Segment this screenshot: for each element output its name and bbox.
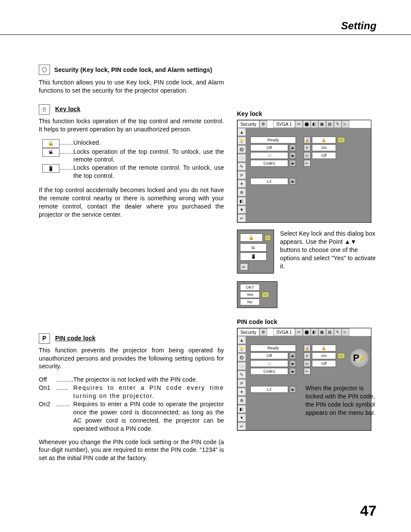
menubar-icon[interactable]: ▷ — [342, 328, 349, 336]
confirm-no[interactable]: No — [240, 299, 260, 305]
side-icon[interactable]: ⚙ — [237, 396, 246, 404]
osd-col2-field[interactable]: Off — [312, 360, 336, 367]
keylock-opt1: Unlocked. — [73, 139, 224, 147]
security-icon — [39, 65, 50, 75]
side-icon[interactable]: ✎ — [237, 162, 246, 171]
dialog-option[interactable]: 📽 — [240, 243, 267, 252]
osd-tab[interactable]: Security — [237, 328, 259, 336]
pin-icon: P — [304, 144, 311, 151]
lr-arrows-icon[interactable]: ◂▸ — [289, 144, 296, 151]
side-icon[interactable]: ⏻ — [237, 353, 246, 361]
keylock-title: Key lock — [55, 105, 81, 113]
lr-arrows-icon[interactable]: ◂▸ — [289, 368, 296, 375]
lr-arrows-icon[interactable]: ◂▸ — [289, 152, 296, 159]
pinlock-body1: This function prevents the projector fro… — [39, 346, 224, 371]
osd-col2-field[interactable]: 🔓 — [312, 345, 336, 352]
osd-item[interactable]: ⚪ — [250, 360, 288, 367]
side-icon[interactable]: ⏻ — [237, 145, 246, 153]
scroll-down-icon[interactable]: ▼ — [237, 414, 246, 422]
osd-confirm: OK? Yes← No — [237, 281, 277, 308]
osd-item[interactable]: Off — [250, 144, 288, 151]
osd-tab-icon: ⚙ — [259, 120, 267, 128]
menubar-icon[interactable]: ◧ — [311, 120, 318, 128]
menubar-icon[interactable]: ✎ — [334, 328, 342, 336]
osd-col2-field[interactable]: 🔓 — [312, 137, 336, 143]
osd-item[interactable]: Ready — [250, 137, 296, 143]
pinlock-title: PIN code lock — [55, 334, 96, 342]
lock-icon: 🔒 — [304, 345, 311, 352]
lr-arrows-icon[interactable]: ◂▸ — [289, 386, 296, 393]
menubar-icon[interactable]: ▤ — [326, 120, 334, 128]
keylock-opt2: Locks operation of the top control. To u… — [73, 148, 224, 164]
selection-arrow-icon: ← — [265, 235, 271, 241]
opt-on1-text: Requires to enter a PIN code every time … — [73, 384, 224, 400]
osd-item[interactable]: Code1 — [250, 160, 288, 167]
menubar-icon[interactable]: ⬤ — [303, 120, 311, 128]
side-icon[interactable]: ✎ — [237, 370, 246, 379]
dialog-option[interactable]: 🔓 — [240, 233, 263, 242]
exit-icon[interactable]: ↵ — [237, 214, 246, 222]
lr-arrows-icon[interactable]: ◂▸ — [289, 178, 296, 185]
scroll-up-icon[interactable]: ▲ — [237, 336, 246, 344]
osd-tab[interactable]: Security — [237, 120, 259, 128]
confirm-yes[interactable]: Yes — [240, 291, 260, 298]
side-icon[interactable]: ✦ — [237, 180, 246, 188]
menubar-icon[interactable]: ↩ — [295, 120, 303, 128]
osd-col2-field[interactable]: On — [312, 144, 336, 151]
exit-icon[interactable]: ↵ — [240, 263, 248, 271]
osd-item[interactable]: Off — [250, 352, 288, 359]
exit-icon[interactable]: ↵ — [304, 160, 311, 167]
keylock-opt3: Locks operation of the remote control. T… — [73, 164, 224, 180]
side-icon[interactable]: P — [237, 379, 246, 387]
exit-icon[interactable]: ↵ — [304, 368, 311, 375]
osd-col2-field[interactable]: On — [312, 352, 336, 359]
menubar-icon[interactable]: ▦ — [318, 328, 326, 336]
osd-pinlock: Security ⚙ SVGA 1 ↩ ⬤ ◧ ▦ ▤ ✎ ▷ ▲ 💡 — [237, 328, 371, 431]
osd-signal: SVGA 1 — [273, 328, 295, 336]
security-body: This function allows you to use Key lock… — [39, 78, 224, 95]
menubar-icon[interactable]: ▷ — [342, 120, 349, 128]
opt-on2-text: Requires to enter a PIN code to operate … — [73, 400, 224, 433]
side-icon[interactable]: ✦ — [237, 388, 246, 396]
osd-item[interactable]: Ready — [250, 345, 296, 352]
side-icon[interactable]: ◧ — [237, 197, 246, 205]
menubar-icon[interactable]: ⬤ — [303, 328, 311, 336]
menubar-icon[interactable]: ✎ — [334, 120, 342, 128]
menubar-icon[interactable]: ◧ — [311, 328, 318, 336]
side-icon[interactable]: 💡 — [237, 345, 246, 353]
lr-arrows-icon[interactable]: ◂▸ — [289, 352, 296, 359]
scroll-down-icon[interactable]: ▼ — [237, 205, 246, 214]
lr-arrows-icon[interactable]: ◂▸ — [289, 160, 296, 167]
osd-keylock-dialog: 🔓← 📽 📱 ↵ — [237, 230, 274, 274]
keylock-body1: This function locks operation of the top… — [39, 117, 224, 134]
osd-signal: SVGA 1 — [273, 120, 295, 128]
dots: ........ — [56, 400, 73, 433]
exit-icon[interactable]: ↵ — [237, 422, 246, 430]
lock-icon: 🔒 — [304, 137, 311, 143]
side-icon[interactable]: ⚪ — [237, 362, 246, 370]
osd-item[interactable]: L2 — [250, 178, 288, 185]
svg-rect-0 — [43, 109, 46, 111]
opt-on1-label: On1 — [39, 384, 56, 400]
side-icon[interactable]: 💡 — [237, 137, 246, 145]
osd-item[interactable]: ⚪ — [250, 152, 288, 159]
dialog-option[interactable]: 📱 — [240, 252, 267, 261]
menubar-icon[interactable]: ▤ — [326, 328, 334, 336]
menubar-icon[interactable]: ↩ — [295, 328, 303, 336]
security-title: Security (Key lock, PIN code lock, and A… — [54, 66, 212, 74]
pin-lock-symbol-icon: P🔑 — [350, 349, 368, 367]
side-icon[interactable]: P — [237, 171, 246, 179]
dots: ........ — [59, 164, 73, 172]
lr-arrows-icon[interactable]: ◂▸ — [289, 360, 296, 367]
scroll-up-icon[interactable]: ▲ — [237, 128, 246, 136]
menubar-icon[interactable]: ▦ — [318, 120, 326, 128]
selection-arrow-icon: ← — [337, 137, 345, 143]
side-icon[interactable]: ⚙ — [237, 188, 246, 196]
osd-item[interactable]: L2 — [250, 386, 288, 393]
side-icon[interactable]: ◧ — [237, 405, 246, 413]
osd-item[interactable]: Code1 — [250, 368, 288, 375]
osd-col2-field[interactable]: Off — [312, 152, 336, 159]
pin-icon: P — [304, 352, 311, 359]
dots: ........ — [59, 139, 73, 147]
side-icon[interactable]: ⚪ — [237, 154, 246, 162]
